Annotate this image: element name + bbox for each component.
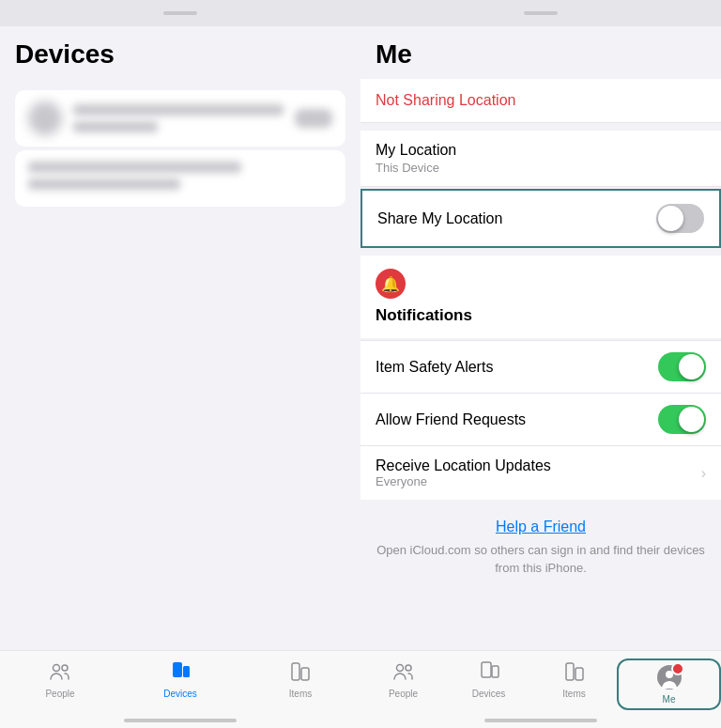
location-card-inner: My Location This Device — [360, 131, 721, 187]
tab-label-devices-right: Devices — [472, 689, 506, 699]
tab-devices-active[interactable]: Devices — [120, 658, 240, 699]
svg-point-1 — [62, 665, 68, 671]
tab-items-right[interactable]: Items — [531, 658, 617, 699]
right-drag-handle — [524, 11, 558, 15]
list-item[interactable] — [15, 150, 345, 207]
svg-rect-8 — [482, 662, 491, 677]
chevron-right-icon: › — [701, 465, 706, 482]
left-content — [0, 79, 360, 728]
help-description: Open iCloud.com so others can sign in an… — [376, 543, 705, 575]
tab-label-items: Items — [289, 689, 312, 699]
left-title: Devices — [15, 39, 345, 70]
share-location-label: Share My Location — [377, 210, 502, 227]
svg-point-0 — [54, 665, 60, 672]
svg-rect-10 — [566, 663, 574, 680]
share-location-toggle[interactable] — [656, 204, 704, 233]
item-safety-alerts-row[interactable]: Item Safety Alerts — [360, 340, 721, 393]
svg-rect-4 — [292, 663, 299, 680]
tab-label-devices: Devices — [163, 689, 197, 699]
left-tab-bar: People Devices Items — [0, 650, 360, 728]
blurred-line — [73, 121, 158, 132]
svg-rect-11 — [575, 668, 583, 680]
allow-friend-requests-row[interactable]: Allow Friend Requests — [360, 393, 721, 445]
not-sharing-text: Not Sharing Location — [376, 92, 515, 108]
svg-point-6 — [396, 665, 403, 672]
notifications-section: 🔔 Notifications — [360, 256, 721, 338]
toggle-knob — [679, 354, 704, 379]
allow-friend-requests-toggle[interactable] — [658, 405, 706, 434]
svg-point-7 — [406, 665, 411, 671]
blurred-line — [28, 178, 180, 190]
tab-label-me: Me — [663, 694, 676, 705]
right-title: Me — [376, 39, 706, 70]
toggle-knob — [658, 206, 683, 231]
receive-sublabel: Everyone — [376, 474, 551, 488]
item-text — [73, 104, 284, 132]
me-badge — [671, 662, 684, 675]
left-header: Devices — [0, 26, 360, 79]
help-section: Help a Friend Open iCloud.com so others … — [360, 500, 721, 596]
left-panel: Devices People — [0, 0, 360, 728]
svg-rect-3 — [183, 666, 190, 677]
tab-me-active[interactable]: Me — [617, 658, 721, 710]
svg-rect-2 — [173, 662, 182, 677]
right-top-bar — [360, 0, 721, 26]
right-panel: Me Not Sharing Location My Location This… — [360, 0, 721, 728]
toggle-knob — [679, 407, 704, 432]
left-drag-handle — [163, 11, 197, 15]
blurred-line — [73, 104, 284, 116]
me-icon — [656, 664, 683, 690]
tab-label-items-right: Items — [562, 689, 585, 699]
home-indicator-right — [484, 719, 597, 722]
allow-friend-requests-label: Allow Friend Requests — [376, 411, 526, 428]
notification-icon-row: 🔔 — [376, 269, 706, 299]
receive-location-row[interactable]: Receive Location Updates Everyone › — [360, 445, 721, 500]
tab-label-people: People — [45, 689, 74, 699]
right-tab-bar: People Devices Items — [360, 650, 721, 728]
people-icon — [47, 658, 73, 685]
devices-icon — [167, 658, 193, 685]
right-content: Not Sharing Location My Location This De… — [360, 79, 721, 728]
notifications-title: Notifications — [376, 306, 472, 324]
blurred-badge — [295, 109, 332, 128]
receive-label: Receive Location Updates — [376, 457, 551, 474]
tab-devices-right[interactable]: Devices — [446, 658, 531, 699]
people-icon-right — [391, 658, 417, 685]
left-top-bar — [0, 0, 360, 26]
home-indicator — [124, 719, 237, 722]
item-safety-alerts-label: Item Safety Alerts — [376, 359, 493, 376]
tab-label-people-right: People — [389, 689, 418, 699]
receive-text-block: Receive Location Updates Everyone — [376, 457, 551, 488]
list-item[interactable] — [15, 90, 345, 147]
location-subtitle: This Device — [376, 161, 706, 175]
right-header: Me — [360, 26, 721, 79]
svg-rect-9 — [492, 666, 499, 677]
devices-icon-right — [476, 658, 502, 685]
items-icon — [287, 658, 314, 685]
location-card: My Location This Device — [360, 131, 721, 187]
help-friend-link[interactable]: Help a Friend — [376, 519, 706, 535]
item-safety-alerts-toggle[interactable] — [658, 352, 706, 381]
svg-rect-5 — [301, 668, 309, 680]
bell-icon: 🔔 — [376, 269, 406, 299]
tab-people[interactable]: People — [0, 658, 120, 699]
blurred-line — [28, 162, 241, 173]
location-title: My Location — [376, 142, 706, 159]
items-icon-right — [561, 658, 588, 685]
share-location-row[interactable]: Share My Location — [360, 189, 721, 248]
not-sharing-banner: Not Sharing Location — [360, 79, 721, 123]
avatar — [28, 101, 62, 135]
tab-people-right[interactable]: People — [360, 658, 446, 699]
tab-items[interactable]: Items — [240, 658, 360, 699]
